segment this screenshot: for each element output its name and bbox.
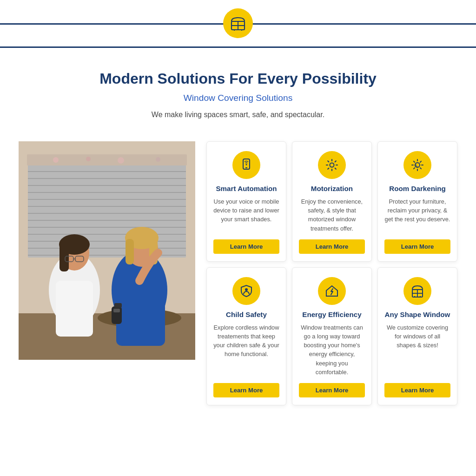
photo-image: [19, 141, 195, 360]
svg-point-48: [330, 163, 334, 167]
svg-rect-44: [114, 303, 122, 308]
hero-subtitle: Window Covering Solutions: [9, 93, 467, 103]
shield-person-icon: [239, 284, 253, 298]
sun-icon: [410, 158, 424, 172]
motorization-desc: Enjoy the convenience, safety, & style t…: [299, 197, 365, 233]
room-darkening-icon-circle: [403, 151, 431, 179]
hero-description: We make living spaces smart, safe, and s…: [9, 111, 467, 119]
card-any-shape-window: Any Shape Window We customize covering f…: [377, 267, 457, 405]
room-darkening-learn-more[interactable]: Learn More: [384, 239, 450, 254]
room-darkening-desc: Protect your furniture, reclaim your pri…: [384, 197, 450, 233]
smart-automation-title: Smart Automation: [216, 185, 277, 192]
energy-efficiency-title: Energy Efficiency: [302, 311, 361, 318]
any-shape-window-icon-circle: [403, 277, 431, 305]
card-smart-automation: Smart Automation Use your voice or mobil…: [206, 141, 286, 262]
svg-point-24: [118, 157, 124, 164]
cards-grid: Smart Automation Use your voice or mobil…: [206, 141, 457, 405]
svg-point-22: [53, 157, 59, 163]
svg-rect-35: [56, 281, 93, 337]
child-safety-title: Child Safety: [226, 311, 267, 318]
smart-automation-learn-more[interactable]: Learn More: [213, 239, 279, 254]
room-darkening-title: Room Darkening: [389, 185, 446, 192]
svg-point-25: [156, 157, 160, 162]
gear-icon: [325, 158, 339, 172]
top-bar: [0, 0, 476, 48]
child-safety-icon-circle: [232, 277, 260, 305]
logo-icon: [230, 15, 246, 32]
svg-rect-41: [116, 281, 165, 346]
motorization-title: Motorization: [311, 185, 353, 192]
smartphone-icon: [239, 158, 253, 172]
smart-automation-desc: Use your voice or mobile device to raise…: [213, 197, 279, 233]
window-arch-icon: [410, 284, 424, 298]
svg-rect-31: [60, 244, 69, 271]
hero-section: Modern Solutions For Every Possibility W…: [0, 48, 476, 130]
energy-efficiency-desc: Window treatments can go a long way towa…: [299, 323, 365, 377]
energy-efficiency-icon-circle: [318, 277, 346, 305]
any-shape-window-desc: We customize covering for windows of all…: [384, 323, 450, 377]
child-safety-learn-more[interactable]: Learn More: [213, 383, 279, 397]
child-safety-desc: Explore cordless window treatements that…: [213, 323, 279, 377]
card-motorization: Motorization Enjoy the convenience, safe…: [292, 141, 372, 262]
any-shape-window-learn-more[interactable]: Learn More: [384, 383, 450, 397]
photo-column: [19, 141, 195, 360]
any-shape-window-title: Any Shape Window: [385, 311, 450, 318]
logo-circle: [223, 8, 253, 38]
motorization-icon-circle: [318, 151, 346, 179]
motorization-learn-more[interactable]: Learn More: [299, 239, 365, 254]
svg-point-50: [245, 288, 248, 291]
svg-point-47: [246, 164, 247, 165]
card-energy-efficiency: Energy Efficiency Window treatments can …: [292, 267, 372, 405]
house-bolt-icon: [325, 284, 339, 298]
smart-automation-icon-circle: [232, 151, 260, 179]
card-room-darkening: Room Darkening Protect your furniture, r…: [377, 141, 457, 262]
svg-rect-21: [27, 154, 187, 165]
energy-efficiency-learn-more[interactable]: Learn More: [299, 383, 365, 397]
main-content: Smart Automation Use your voice or mobil…: [0, 130, 476, 424]
svg-rect-43: [113, 309, 120, 312]
card-child-safety: Child Safety Explore cordless window tre…: [206, 267, 286, 405]
svg-rect-39: [126, 239, 134, 264]
svg-point-23: [86, 157, 91, 161]
hero-title: Modern Solutions For Every Possibility: [9, 70, 467, 87]
